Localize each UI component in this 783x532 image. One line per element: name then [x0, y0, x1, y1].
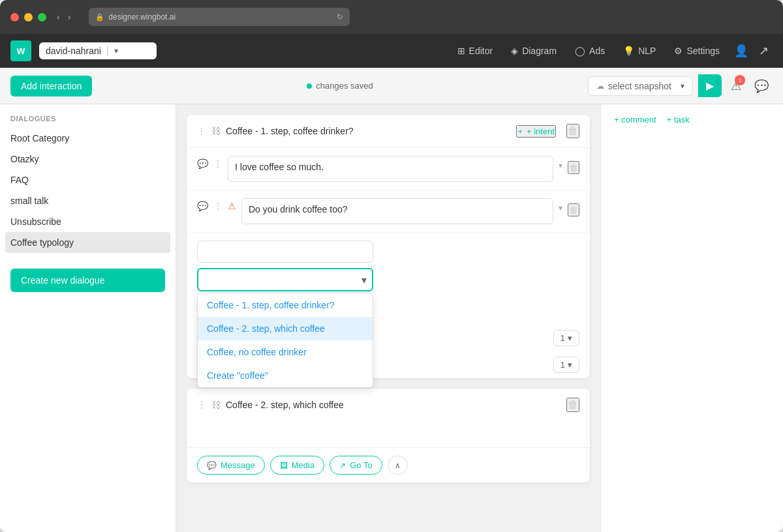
dropdown-item-3[interactable]: Coffee, no coffee drinker: [198, 340, 373, 364]
sidebar-item-unsubscribe[interactable]: Unsubscribe: [0, 211, 176, 232]
dropdown-item-4[interactable]: Create "coffee": [198, 364, 373, 387]
add-task-button[interactable]: + task: [664, 115, 690, 125]
goto-type-button[interactable]: ↗ Go To: [330, 456, 382, 475]
refresh-icon: ↻: [337, 12, 343, 22]
delete-dialogue-button[interactable]: 🗑: [566, 124, 579, 138]
add-interaction-button[interactable]: Add interaction: [10, 76, 92, 96]
nav-arrows: ‹ ›: [54, 10, 73, 23]
logo: w: [10, 40, 31, 61]
sidebar-item-otazky[interactable]: Otazky: [0, 149, 176, 170]
nav-item-editor[interactable]: ⊞ Editor: [450, 42, 501, 60]
sidebar-item-faq[interactable]: FAQ: [0, 170, 176, 190]
run-button[interactable]: ▶: [698, 74, 722, 97]
snapshot-label: select snapshot: [608, 81, 671, 91]
nav-item-nlp[interactable]: 💡 NLP: [615, 42, 664, 60]
title-bar: ‹ › 🔒 designer.wingbot.ai ↻: [0, 0, 783, 34]
forward-button[interactable]: ›: [65, 10, 74, 23]
nav-label-ads: Ads: [589, 46, 605, 56]
sidebar-item-small-talk[interactable]: small talk: [0, 190, 176, 211]
nav-item-ads[interactable]: ◯ Ads: [567, 42, 613, 60]
response-input[interactable]: Yes, I do: [197, 241, 373, 263]
diagram-icon: ◈: [511, 46, 518, 56]
intent-button[interactable]: + + intent: [516, 125, 556, 138]
sidebar-section-label: DIALOGUES: [0, 115, 176, 123]
message-type-button[interactable]: 💬 Message: [197, 456, 265, 475]
status-dot: [307, 83, 312, 89]
back-button[interactable]: ‹: [54, 10, 63, 23]
snapshot-area: ☁ select snapshot ▾ ▶ ⚠ 1 💬: [588, 74, 773, 97]
delete-message-button-2[interactable]: 🗑: [568, 203, 579, 216]
nav-item-diagram[interactable]: ◈ Diagram: [503, 42, 564, 60]
dialogue-card-2: ⋮ ⛓ Coffee - 2. step, which coffee 🗑 💬 M…: [187, 389, 590, 482]
message-bubble-icon-1: 💬: [197, 158, 208, 169]
expand-icon-2[interactable]: ▾: [559, 203, 562, 213]
status-saved: changes saved: [307, 81, 373, 91]
dialogue-title-1: Coffee - 1. step, coffee drinker?: [226, 126, 511, 136]
snapshot-select[interactable]: ☁ select snapshot ▾: [588, 76, 693, 96]
message-row-1: 💬 ⋮ I love coffee so much. ▾ 🗑: [187, 148, 590, 190]
nlp-icon: 💡: [623, 46, 634, 56]
dropdown-menu: Coffee - 1. step, coffee drinker? Coffee…: [197, 293, 373, 388]
dropdown-select[interactable]: coffee: [197, 268, 373, 291]
sidebar: DIALOGUES Root Category Otazky FAQ small…: [0, 104, 176, 532]
content-area: ⋮ ⛓ Coffee - 1. step, coffee drinker? + …: [176, 104, 600, 532]
dropdown-wrapper: coffee ▾ Coffee - 1. step, coffee drinke…: [197, 268, 373, 291]
plus-icon: +: [517, 126, 523, 136]
message-input-2[interactable]: Do you drink coffee too?: [241, 198, 553, 224]
dialogue-title-2: Coffee - 2. step, which coffee: [226, 400, 556, 410]
nav-label-nlp: NLP: [638, 46, 656, 56]
create-new-dialogue-button[interactable]: Create new dialogue: [10, 269, 165, 292]
score-arrow-icon-2: ▾: [568, 360, 572, 370]
alert-button[interactable]: ⚠ 1: [727, 75, 745, 97]
minimize-button[interactable]: [24, 13, 33, 22]
address-text: designer.wingbot.ai: [108, 12, 176, 22]
message-bubble-icon-2: 💬: [197, 201, 208, 211]
message-input-1[interactable]: I love coffee so much.: [228, 156, 553, 182]
sidebar-item-coffee-typology[interactable]: Coffee typology: [5, 232, 170, 253]
close-button[interactable]: [10, 13, 19, 22]
logout-icon[interactable]: ↗: [755, 40, 773, 62]
nav-label-settings: Settings: [686, 46, 720, 56]
nav-label-editor: Editor: [469, 46, 493, 56]
link-icon-2: ⛓: [211, 400, 221, 410]
right-panel: + comment + task: [600, 104, 783, 532]
user-icon[interactable]: 👤: [730, 40, 752, 62]
toolbar: Add interaction changes saved ☁ select s…: [0, 68, 783, 104]
message-options-icon-2[interactable]: ⋮: [213, 201, 223, 211]
score-badge-1: 1 ▾: [553, 330, 579, 346]
message-options-icon-1[interactable]: ⋮: [213, 158, 223, 169]
message-buttons: 💬 Message 🖼 Media ↗ Go To ∧: [187, 447, 590, 482]
dialogue-header-2: ⋮ ⛓ Coffee - 2. step, which coffee 🗑: [187, 389, 590, 421]
sidebar-item-root-category[interactable]: Root Category: [0, 128, 176, 149]
media-icon-btn: 🖼: [280, 461, 288, 470]
account-name: david-nahrani: [46, 46, 101, 56]
maximize-button[interactable]: [38, 13, 46, 22]
expand-icon-1[interactable]: ▾: [559, 161, 562, 170]
dropdown-item-1[interactable]: Coffee - 1. step, coffee drinker?: [198, 293, 373, 317]
traffic-lights: [10, 13, 46, 22]
lock-icon: 🔒: [95, 13, 104, 22]
drag-handle-icon: ⋮: [197, 126, 206, 136]
dialogue-header-1: ⋮ ⛓ Coffee - 1. step, coffee drinker? + …: [187, 115, 590, 148]
dialogue-card-1: ⋮ ⛓ Coffee - 1. step, coffee drinker? + …: [187, 115, 590, 378]
comment-button[interactable]: 💬: [750, 75, 773, 97]
comment-icon: 💬: [754, 80, 769, 93]
media-type-button[interactable]: 🖼 Media: [270, 456, 324, 475]
drag-handle-icon-2: ⋮: [197, 400, 206, 410]
delete-message-button-1[interactable]: 🗑: [568, 161, 579, 174]
address-bar: 🔒 designer.wingbot.ai ↻: [89, 8, 350, 26]
link-icon: ⛓: [211, 126, 221, 136]
nav-item-settings[interactable]: ⚙ Settings: [666, 42, 728, 60]
delete-dialogue-button-2[interactable]: 🗑: [566, 398, 579, 412]
editor-icon: ⊞: [457, 46, 465, 56]
warning-icon: ⚠: [228, 201, 236, 211]
navbar: w david-nahrani | ▾ ⊞ Editor ◈ Diagram ◯…: [0, 34, 783, 68]
score-arrow-icon-1: ▾: [568, 333, 572, 343]
collapse-button[interactable]: ∧: [388, 456, 408, 475]
dropdown-item-2[interactable]: Coffee - 2. step, which coffee: [198, 317, 373, 340]
account-selector[interactable]: david-nahrani | ▾: [39, 42, 157, 59]
changes-saved-text: changes saved: [316, 81, 373, 91]
nav-right: ⊞ Editor ◈ Diagram ◯ Ads 💡 NLP ⚙ Setting…: [450, 40, 773, 62]
account-dropdown-icon: ▾: [114, 46, 118, 55]
add-comment-button[interactable]: + comment: [611, 115, 656, 125]
